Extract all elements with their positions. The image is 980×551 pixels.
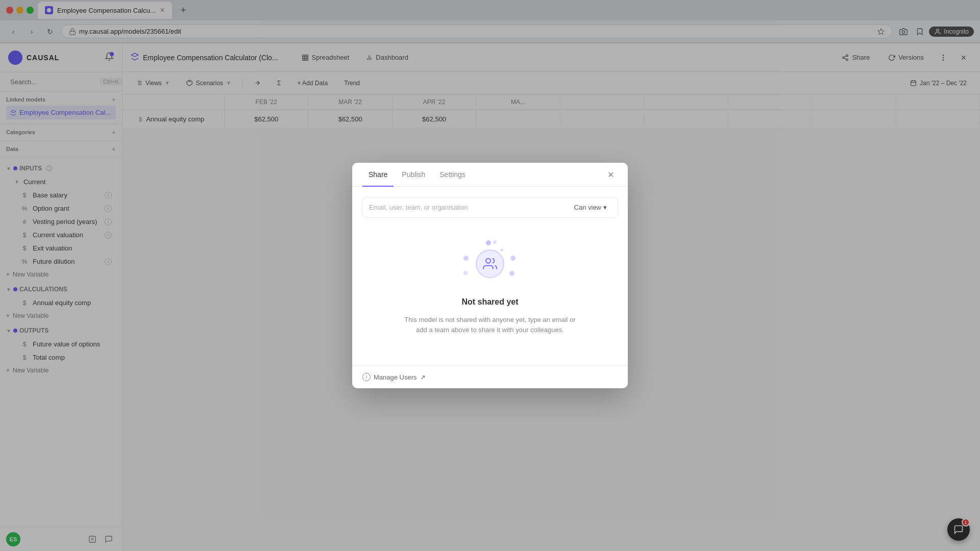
- modal-tabs: Share Publish Settings ✕: [352, 163, 628, 187]
- empty-state-desc: This model is not shared with anyone yet…: [403, 315, 577, 335]
- orbit-dot-8: [500, 248, 503, 252]
- manage-users-label: Manage Users: [374, 373, 417, 381]
- modal-empty-state: Not shared yet This model is not shared …: [362, 218, 618, 355]
- empty-illustration: [459, 238, 521, 289]
- orbit-dot-5: [463, 271, 468, 275]
- external-link-icon: ↗: [420, 373, 426, 381]
- orbit-dot-1: [486, 240, 491, 245]
- can-view-chevron: ▾: [603, 204, 607, 211]
- svg-point-43: [486, 259, 491, 263]
- info-icon: i: [362, 373, 371, 381]
- modal-footer: i Manage Users ↗: [352, 365, 628, 388]
- orbit-dot-3: [463, 256, 469, 261]
- modal-overlay[interactable]: Share Publish Settings ✕ Can view ▾: [0, 0, 980, 551]
- modal-body: Can view ▾: [352, 187, 628, 365]
- orbit-dot-2: [493, 240, 497, 244]
- share-email-input[interactable]: [369, 204, 566, 211]
- empty-state-title: Not shared yet: [461, 297, 518, 307]
- manage-users-link[interactable]: i Manage Users ↗: [362, 373, 426, 381]
- orbit-dot-7: [509, 271, 514, 276]
- tab-settings[interactable]: Settings: [433, 163, 472, 187]
- share-input-row[interactable]: Can view ▾: [362, 197, 618, 218]
- tab-share[interactable]: Share: [362, 163, 394, 187]
- share-modal: Share Publish Settings ✕ Can view ▾: [352, 163, 628, 388]
- modal-close-btn[interactable]: ✕: [603, 167, 618, 182]
- can-view-select[interactable]: Can view ▾: [570, 202, 611, 213]
- can-view-label: Can view: [574, 204, 601, 211]
- empty-main-circle: [476, 249, 504, 278]
- tab-publish[interactable]: Publish: [396, 163, 431, 187]
- orbit-dot-4: [510, 256, 516, 261]
